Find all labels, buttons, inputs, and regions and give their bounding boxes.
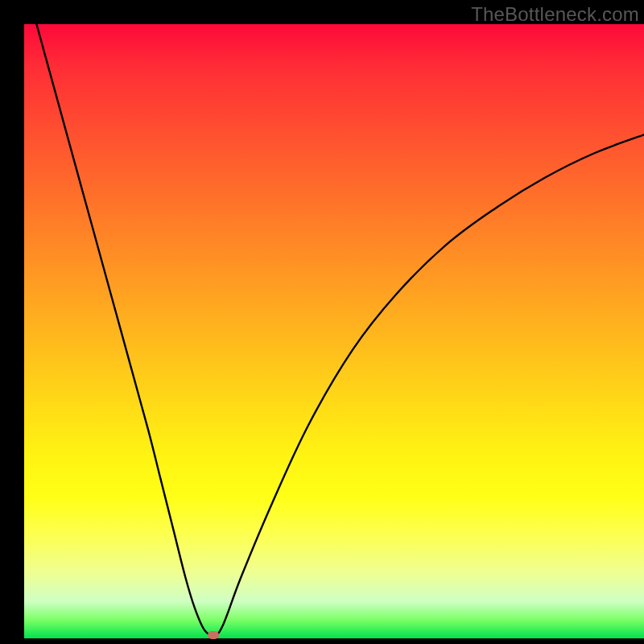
plot-area	[24, 24, 644, 638]
bottleneck-curve	[24, 24, 644, 638]
watermark-text: TheBottleneck.com	[471, 3, 639, 26]
optimal-point-marker	[208, 631, 219, 639]
chart-frame: TheBottleneck.com	[0, 0, 644, 644]
